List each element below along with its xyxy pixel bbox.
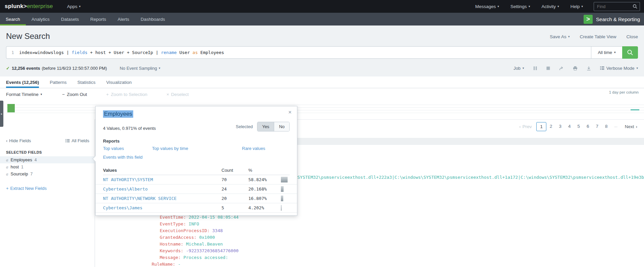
- app-nav-item[interactable]: Analytics: [26, 13, 55, 25]
- stop-icon[interactable]: [546, 66, 550, 70]
- field-row[interactable]: a SourceIp 7: [0, 170, 95, 177]
- format-timeline-menu[interactable]: Format Timeline▾: [6, 92, 42, 97]
- event-field-key[interactable]: ExecutionProcessID:: [160, 228, 210, 233]
- page-number[interactable]: 5: [574, 122, 584, 131]
- app-nav-item[interactable]: Datasets: [55, 13, 85, 25]
- selected-no-button[interactable]: No: [274, 122, 289, 131]
- event-detail-line[interactable]: EventType: INFO: [152, 221, 239, 227]
- print-icon[interactable]: [573, 66, 578, 70]
- topbar-menu-item[interactable]: Messages ▾: [475, 4, 499, 9]
- event-field-key[interactable]: Message:: [160, 255, 181, 260]
- events-with-field-link[interactable]: Events with this field: [103, 155, 143, 160]
- topbar-menu-item[interactable]: Help ▾: [571, 4, 583, 9]
- page-number[interactable]: 3: [555, 122, 565, 131]
- event-detail-line[interactable]: RuleName: -: [152, 261, 239, 267]
- job-menu[interactable]: Job▾: [513, 66, 524, 71]
- deselect-button[interactable]: ×Deselect: [166, 92, 189, 97]
- close-button[interactable]: Close: [626, 34, 638, 39]
- time-range-picker[interactable]: All time ▾: [591, 46, 622, 59]
- page-number[interactable]: 8: [602, 122, 611, 131]
- apps-menu[interactable]: Apps ▾: [67, 4, 81, 9]
- pause-icon[interactable]: [533, 66, 537, 70]
- selected-yes-button[interactable]: Yes: [257, 122, 274, 131]
- event-detail-line[interactable]: ExecutionProcessID: 3348: [152, 227, 239, 234]
- save-as-menu[interactable]: Save As▾: [550, 34, 569, 39]
- topbar-menu-item[interactable]: Settings ▾: [510, 4, 530, 9]
- report-link[interactable]: Top values: [103, 146, 152, 151]
- zoom-out-button[interactable]: −Zoom Out: [62, 92, 87, 97]
- event-detail-line[interactable]: Message: Process accessed:: [152, 254, 239, 261]
- results-tab[interactable]: Statistics: [78, 76, 96, 88]
- page-number[interactable]: 6: [583, 122, 593, 131]
- event-field-key[interactable]: Hostname:: [160, 242, 183, 247]
- caret-down-icon: ▾: [523, 67, 524, 70]
- all-fields-link[interactable]: All Fields: [65, 138, 89, 143]
- popup-close-icon[interactable]: ×: [288, 109, 292, 116]
- timeline-histogram-bar-small[interactable]: [631, 109, 639, 110]
- event-field-value[interactable]: -: [178, 262, 181, 267]
- verbose-mode-menu[interactable]: Verbose Mode ▾: [600, 66, 638, 71]
- page-number[interactable]: 7: [593, 122, 602, 131]
- results-tab[interactable]: Events (12,256): [6, 76, 39, 88]
- report-link[interactable]: Top values by time: [152, 146, 242, 151]
- event-field-value[interactable]: 0x1000: [199, 235, 215, 240]
- search-input[interactable]: 1 index=windowslogs | fields + host + Us…: [6, 46, 591, 59]
- search-query[interactable]: index=windowslogs | fields + host + User…: [19, 50, 224, 55]
- event-field-value[interactable]: INFO: [189, 221, 199, 226]
- results-tab[interactable]: Visualization: [106, 76, 132, 88]
- timeline-gridline: [6, 105, 644, 105]
- extract-new-fields-link[interactable]: +Extract New Fields: [6, 186, 47, 191]
- value-link[interactable]: Cybertees\James: [103, 205, 142, 210]
- app-nav-item[interactable]: Search: [0, 13, 26, 25]
- splunk-logo[interactable]: splunk>enterprise: [5, 3, 53, 10]
- field-row[interactable]: a host 1: [0, 163, 95, 170]
- page-number[interactable]: 1: [536, 122, 546, 131]
- topbar-menu-item[interactable]: Activity ▾: [541, 4, 559, 9]
- event-raw-text[interactable]: SYSTEM32\psmserviceexthost.dll+222a3|C:\…: [297, 175, 644, 180]
- field-row[interactable]: a Employees 4: [0, 156, 95, 163]
- zoom-to-selection-button[interactable]: +Zoom to Selection: [106, 92, 147, 97]
- value-link[interactable]: NT AUTHORITY\NETWORK SERVICE: [103, 196, 177, 201]
- value-link[interactable]: Cybertees\Alberto: [103, 186, 148, 192]
- hide-fields-link[interactable]: ‹Hide Fields: [6, 138, 31, 143]
- report-link[interactable]: Rare values: [242, 146, 265, 151]
- share-icon[interactable]: [559, 66, 564, 70]
- download-icon[interactable]: [587, 66, 591, 70]
- timeline-histogram-bar[interactable]: [7, 104, 15, 112]
- prev-page-button[interactable]: ‹Prev: [519, 124, 532, 129]
- value-link[interactable]: NT AUTHORITY\SYSTEM: [103, 177, 153, 182]
- header-actions: Save As▾ Create Table View Close: [550, 34, 638, 39]
- app-nav-item[interactable]: Dashboards: [135, 13, 171, 25]
- app-nav-item[interactable]: Alerts: [112, 13, 135, 25]
- event-field-key[interactable]: RuleName:: [152, 262, 175, 267]
- event-field-value[interactable]: -9223372036854776000: [186, 248, 239, 253]
- event-field-key[interactable]: GrantedAccess:: [160, 235, 197, 240]
- results-tab[interactable]: Patterns: [50, 76, 66, 88]
- page-number[interactable]: 4: [565, 122, 574, 131]
- page-number[interactable]: 2: [546, 122, 556, 131]
- page-number[interactable]: ...: [611, 122, 621, 131]
- find-box[interactable]: [594, 2, 640, 11]
- search-button[interactable]: [622, 46, 638, 59]
- topbar-menu-label: Messages: [475, 4, 496, 9]
- timeline-collapse-handle[interactable]: ▸: [0, 101, 3, 127]
- popup-field-title[interactable]: Employees: [103, 110, 133, 118]
- event-field-value[interactable]: Micheal.Beaven: [186, 242, 223, 247]
- search-icon[interactable]: [633, 4, 637, 9]
- app-nav-item[interactable]: Reports: [85, 13, 112, 25]
- event-field-key[interactable]: EventType:: [160, 221, 186, 226]
- app-nav-label: Datasets: [61, 17, 79, 22]
- value-sparkbar: [281, 205, 282, 211]
- event-detail-line[interactable]: Keywords: -9223372036854776000: [152, 248, 239, 254]
- event-detail-line[interactable]: GrantedAccess: 0x1000: [152, 234, 239, 241]
- event-sampling-menu[interactable]: No Event Sampling▾: [120, 66, 160, 71]
- event-field-value[interactable]: 3348: [212, 228, 223, 233]
- current-app[interactable]: > Search & Reporting: [584, 13, 640, 25]
- create-table-view-button[interactable]: Create Table View: [580, 34, 616, 39]
- caret-down-icon: ▾: [568, 35, 570, 38]
- event-detail-line[interactable]: Hostname: Micheal.Beaven: [152, 241, 239, 248]
- next-page-button[interactable]: Next›: [625, 124, 637, 129]
- event-field-value[interactable]: Process accessed:: [183, 255, 228, 260]
- find-input[interactable]: [596, 4, 633, 9]
- event-field-key[interactable]: Keywords:: [160, 248, 183, 253]
